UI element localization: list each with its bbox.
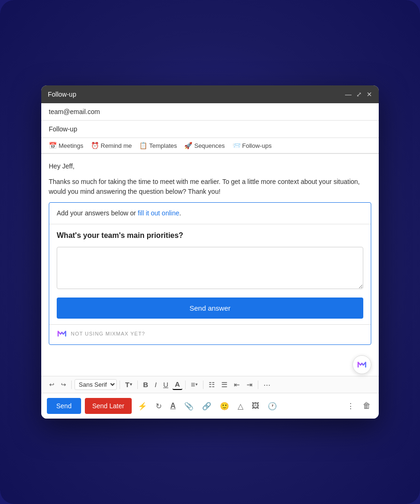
remind-label: Remind me <box>101 142 132 149</box>
close-button[interactable]: ✕ <box>367 91 372 98</box>
templates-icon: 📋 <box>139 142 147 149</box>
email-body: Hey Jeff, Thanks so much for taking the … <box>41 154 379 352</box>
divider-1 <box>71 381 72 389</box>
window-title: Follow-up <box>48 91 76 98</box>
to-row <box>41 103 379 121</box>
italic-button[interactable]: I <box>152 380 159 389</box>
undo-button[interactable]: ↩ <box>47 380 57 389</box>
divider-6 <box>258 381 258 389</box>
divider-3 <box>137 381 138 389</box>
meetings-label: Meetings <box>59 142 83 149</box>
sequences-button[interactable]: 🚀 Sequences <box>184 142 225 149</box>
meetings-icon: 📅 <box>49 142 57 149</box>
survey-textarea-wrap <box>49 247 371 298</box>
greeting: Hey Jeff, <box>49 161 371 171</box>
maximize-button[interactable]: ⤢ <box>356 91 362 98</box>
remind-icon: ⏰ <box>91 142 99 149</box>
survey-send-button[interactable]: Send answer <box>57 298 363 319</box>
to-field[interactable] <box>49 108 371 115</box>
email-compose-window: Follow-up — ⤢ ✕ 📅 Meetings ⏰ <box>41 85 379 419</box>
title-bar: Follow-up — ⤢ ✕ <box>41 85 379 103</box>
fab-area <box>41 352 379 376</box>
survey-footer: NOT USING MIXMAX YET? <box>49 324 371 344</box>
compose-toolbar: 📅 Meetings ⏰ Remind me 📋 Templates 🚀 Seq… <box>41 138 379 153</box>
clock-button[interactable]: 🕐 <box>265 400 279 412</box>
outdent-button[interactable]: ⇤ <box>232 380 242 389</box>
survey-answer-textarea[interactable] <box>57 247 363 289</box>
more-options-button[interactable]: ⋮ <box>345 400 357 412</box>
window-controls: — ⤢ ✕ <box>345 91 372 98</box>
more-formatting-button[interactable]: ⋯ <box>261 380 273 389</box>
survey-link-suffix: . <box>179 209 181 217</box>
subject-field[interactable] <box>49 125 371 133</box>
lightning-button[interactable]: ⚡ <box>135 400 150 412</box>
font-family-select[interactable]: Sans Serif <box>75 379 117 390</box>
survey-instruction: Add your answers below or fill it out on… <box>49 203 371 224</box>
mixmax-m-icon <box>57 328 67 339</box>
body-text: Thanks so much for taking the time to me… <box>49 177 371 197</box>
redo-button[interactable]: ↪ <box>59 380 68 389</box>
underline-a-button[interactable]: A <box>168 400 178 412</box>
link-button[interactable]: 🔗 <box>200 400 214 412</box>
emoji-button[interactable]: 🙂 <box>218 400 232 412</box>
refresh-button[interactable]: ↻ <box>153 400 164 412</box>
followups-label: Follow-ups <box>242 142 272 149</box>
templates-button[interactable]: 📋 Templates <box>139 142 177 149</box>
subject-row <box>41 121 379 138</box>
bottom-toolbar: Send Send Later ⚡ ↻ A 📎 🔗 🙂 △ 🖼 🕐 ⋮ 🗑 <box>41 393 379 419</box>
survey-block: Add your answers below or fill it out on… <box>49 202 371 345</box>
followups-button[interactable]: 📨 Follow-ups <box>232 142 272 149</box>
text-color-button[interactable]: A <box>172 379 182 390</box>
minimize-button[interactable]: — <box>345 91 352 98</box>
image-button[interactable]: 🖼 <box>249 400 262 412</box>
templates-label: Templates <box>149 142 177 149</box>
divider-4 <box>185 381 186 389</box>
divider-2 <box>120 381 120 389</box>
send-later-button[interactable]: Send Later <box>85 398 132 414</box>
indent-button[interactable]: ⇥ <box>244 380 255 389</box>
mixmax-fab-button[interactable] <box>352 355 371 374</box>
survey-question: What's your team's main priorities? <box>49 224 371 247</box>
ordered-list-button[interactable]: ☷ <box>206 380 217 389</box>
survey-footer-text: NOT USING MIXMAX YET? <box>71 330 145 338</box>
remind-me-button[interactable]: ⏰ Remind me <box>91 142 132 149</box>
followups-icon: 📨 <box>232 142 240 149</box>
formatting-toolbar: ↩ ↪ Sans Serif T▾ B I U A ≡▾ ☷ ☰ ⇤ ⇥ ⋯ <box>41 376 379 393</box>
unordered-list-button[interactable]: ☰ <box>219 380 230 389</box>
delete-button[interactable]: 🗑 <box>360 399 373 412</box>
bold-button[interactable]: B <box>141 380 150 389</box>
sequences-label: Sequences <box>194 142 225 149</box>
divider-5 <box>203 381 203 389</box>
drive-button[interactable]: △ <box>235 400 246 412</box>
survey-instruction-text: Add your answers below or <box>57 209 138 217</box>
underline-button[interactable]: U <box>161 380 171 389</box>
send-button[interactable]: Send <box>47 398 81 414</box>
mixmax-logo <box>57 328 67 339</box>
align-button[interactable]: ≡▾ <box>188 380 200 390</box>
font-size-button[interactable]: T▾ <box>123 380 135 389</box>
attach-button[interactable]: 📎 <box>182 400 196 412</box>
meetings-button[interactable]: 📅 Meetings <box>49 142 83 149</box>
sequences-icon: 🚀 <box>184 142 192 149</box>
email-header: 📅 Meetings ⏰ Remind me 📋 Templates 🚀 Seq… <box>41 103 379 154</box>
survey-link[interactable]: fill it out online <box>138 209 180 217</box>
